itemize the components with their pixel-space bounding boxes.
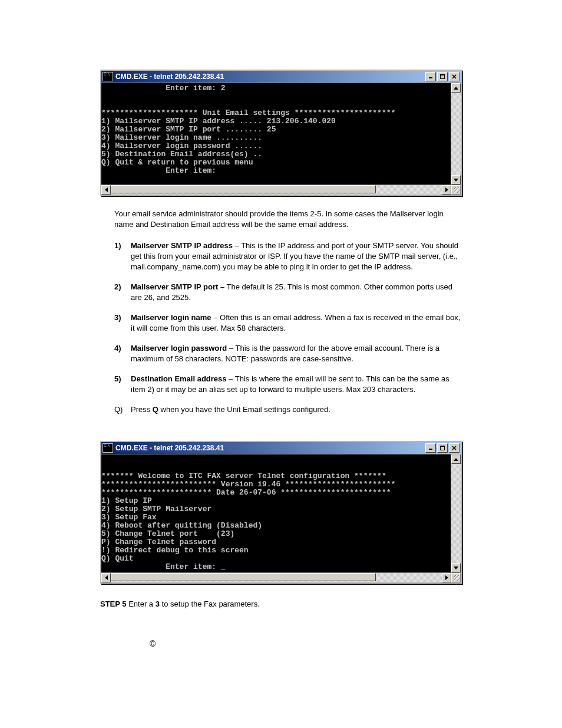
titlebar[interactable]: CMD.EXE - telnet 205.242.238.41 [101, 71, 461, 83]
scroll-track[interactable] [451, 464, 461, 563]
list-item: 5) Destination Email address – This is w… [114, 374, 462, 395]
horizontal-scrollbar[interactable] [101, 572, 461, 582]
scroll-down-button[interactable] [451, 175, 461, 185]
list-marker: 1) [114, 241, 121, 251]
list-marker: 2) [114, 282, 121, 292]
maximize-button[interactable] [437, 72, 448, 81]
cmd-icon [103, 443, 113, 453]
list-marker: 4) [114, 343, 121, 354]
intro-paragraph: Your email service administrator should … [114, 209, 462, 230]
key-3: 3 [156, 599, 160, 608]
console-window-email-settings: CMD.EXE - telnet 205.242.238.41 Enter it… [100, 70, 462, 196]
titlebar[interactable]: CMD.EXE - telnet 205.242.238.41 [101, 442, 461, 454]
resize-grip[interactable] [451, 573, 461, 582]
list-title: Mailserver login name [131, 313, 211, 322]
minimize-button[interactable] [425, 72, 436, 81]
list-title: Destination Email address [131, 374, 227, 383]
scroll-track-h[interactable] [111, 573, 442, 582]
list-marker: Q) [114, 404, 123, 415]
list-title: Mailserver SMTP IP port – [131, 282, 224, 291]
minimize-button[interactable] [425, 443, 436, 453]
close-button[interactable] [449, 443, 459, 453]
list-title: Mailserver login password [131, 344, 227, 353]
step-5-instruction: STEP 5 Enter a 3 to setup the Fax parame… [100, 599, 462, 610]
list-item: 2) Mailserver SMTP IP port – The default… [114, 282, 462, 303]
list-item: 4) Mailserver login password – This is t… [114, 343, 462, 364]
quit-instruction: Q) Press Q when you have the Unit Email … [114, 404, 462, 415]
list-item: 1) Mailserver SMTP IP address – This is … [114, 241, 462, 272]
scroll-left-button[interactable] [101, 185, 111, 195]
list-marker: 5) [114, 374, 121, 384]
console-output: Enter item: 2 ********************* Unit… [101, 83, 451, 185]
settings-list: 1) Mailserver SMTP IP address – This is … [114, 241, 462, 395]
vertical-scrollbar[interactable] [451, 454, 461, 572]
scroll-left-button[interactable] [101, 573, 111, 582]
scroll-right-button[interactable] [442, 573, 451, 582]
console-output: ******* Welcome to ITC FAX server Telnet… [101, 454, 451, 572]
scroll-track-h[interactable] [111, 185, 442, 195]
resize-grip[interactable] [451, 185, 461, 195]
scroll-down-button[interactable] [451, 563, 461, 572]
list-item: 3) Mailserver login name – Often this is… [114, 312, 462, 334]
step-label: STEP 5 [100, 599, 127, 608]
scroll-right-button[interactable] [442, 185, 451, 195]
list-marker: 3) [114, 312, 121, 323]
vertical-scrollbar[interactable] [451, 83, 461, 185]
copyright-symbol: © [100, 639, 462, 648]
scroll-up-button[interactable] [451, 83, 461, 93]
list-item: Q) Press Q when you have the Unit Email … [114, 404, 462, 415]
list-title: Mailserver SMTP IP address [131, 241, 233, 250]
scroll-up-button[interactable] [451, 454, 461, 464]
close-button[interactable] [449, 72, 459, 81]
maximize-button[interactable] [437, 443, 448, 453]
scroll-track[interactable] [451, 93, 461, 175]
horizontal-scrollbar[interactable] [101, 185, 461, 195]
console-window-main-menu: CMD.EXE - telnet 205.242.238.41 ******* … [100, 441, 462, 584]
cmd-icon [103, 72, 113, 81]
window-title: CMD.EXE - telnet 205.242.238.41 [115, 444, 425, 452]
key-q: Q [153, 405, 158, 414]
scroll-thumb[interactable] [111, 185, 376, 193]
scroll-thumb[interactable] [111, 573, 376, 581]
window-title: CMD.EXE - telnet 205.242.238.41 [115, 73, 425, 81]
